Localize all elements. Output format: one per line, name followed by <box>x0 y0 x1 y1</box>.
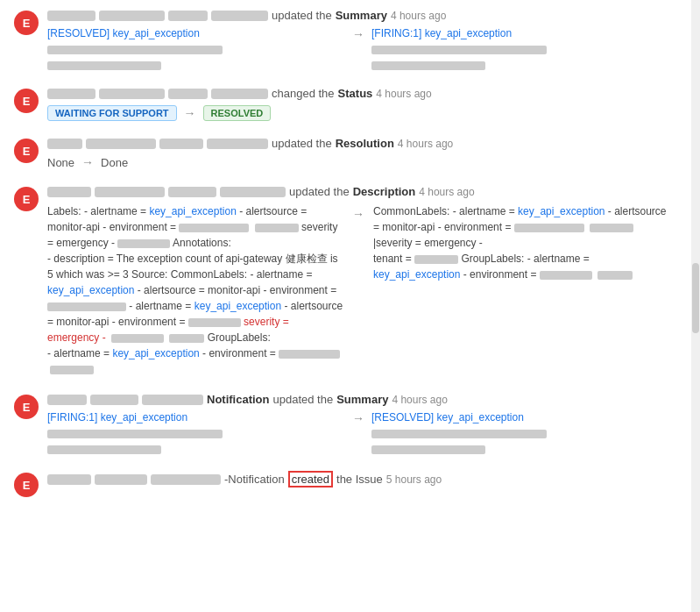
feed-item-2: E changed the Status 4 hours ago WAITING… <box>14 87 669 121</box>
notification-label: Notification <box>207 393 270 406</box>
user-name-blur <box>207 139 268 149</box>
user-name-blur <box>47 187 91 197</box>
action-bold: Summary <box>336 393 388 406</box>
user-name-blur <box>47 139 82 149</box>
time-text: 4 hours ago <box>376 88 431 100</box>
created-highlight: created <box>288 471 333 487</box>
action-text: updated the <box>272 137 332 150</box>
feed-item-6: E -Notification created the Issue 5 hour… <box>14 471 669 497</box>
user-name-blur <box>211 11 268 21</box>
desc-right: CommonLabels: - alertname = key_api_exce… <box>373 203 669 282</box>
blur <box>47 302 126 311</box>
blur <box>414 255 458 264</box>
summary-left-label: [FIRING:1] key_api_exception <box>47 411 345 423</box>
feed-content: -Notification created the Issue 5 hours … <box>47 471 669 493</box>
arrow-icon: → <box>81 155 94 169</box>
feed-item-3: E updated the Resolution 4 hours ago Non… <box>14 137 669 169</box>
avatar: E <box>14 11 39 35</box>
feed-header: updated the Resolution 4 hours ago <box>47 137 669 150</box>
blur <box>169 334 204 343</box>
summary-left: [FIRING:1] key_api_exception <box>47 411 345 455</box>
feed-content: updated the Description 4 hours ago Labe… <box>47 185 669 377</box>
user-name-blur <box>47 89 95 99</box>
action-text: updated the <box>289 185 350 198</box>
feed-item-1: E updated the Summary 4 hours ago [RESOL… <box>14 9 669 71</box>
avatar: E <box>14 139 39 163</box>
user-name-blur <box>86 139 156 149</box>
scrollbar-thumb[interactable] <box>692 263 699 333</box>
activity-feed: E updated the Summary 4 hours ago [RESOL… <box>0 0 683 522</box>
blur <box>179 224 249 232</box>
arrow-icon: → <box>352 411 364 425</box>
time-text: 4 hours ago <box>419 186 474 198</box>
action-text: changed the <box>272 87 335 100</box>
blur <box>255 224 299 232</box>
action-bold: Description <box>353 185 416 198</box>
blur <box>597 271 633 280</box>
blur <box>540 271 592 280</box>
action-bold: Resolution <box>336 137 394 150</box>
user-name-blur <box>211 89 268 99</box>
summary-right: [RESOLVED] key_api_exception <box>371 411 669 455</box>
action-text: updated the <box>273 393 334 406</box>
time-text: 4 hours ago <box>392 394 447 406</box>
arrow-icon: → <box>352 27 364 41</box>
desc-left: Labels: - alertname = key_api_exception … <box>47 203 343 377</box>
user-name-blur <box>159 139 203 149</box>
avatar: E <box>14 89 39 113</box>
avatar: E <box>14 187 39 211</box>
user-name-blur <box>99 11 165 21</box>
blur <box>279 350 340 359</box>
summary-left-label: [RESOLVED] key_api_exception <box>47 27 345 39</box>
action-bold: Status <box>338 87 373 100</box>
user-name-blur <box>47 395 87 405</box>
summary-right: [FIRING:1] key_api_exception <box>371 27 669 71</box>
feed-header: changed the Status 4 hours ago <box>47 87 669 100</box>
user-name-blur <box>142 395 203 405</box>
summary-compare: [RESOLVED] key_api_exception → [FIRING:1… <box>47 27 669 71</box>
feed-content: updated the Resolution 4 hours ago None … <box>47 137 669 169</box>
summary-compare: [FIRING:1] key_api_exception → [RESOLVED… <box>47 411 669 455</box>
user-name-blur <box>151 474 221 485</box>
summary-left: [RESOLVED] key_api_exception <box>47 27 345 71</box>
user-name-blur <box>99 89 165 99</box>
status-to-badge: RESOLVED <box>203 105 272 121</box>
feed-content: changed the Status 4 hours ago WAITING F… <box>47 87 669 121</box>
user-name-blur <box>95 474 147 485</box>
description-block: Labels: - alertname = key_api_exception … <box>47 203 669 377</box>
feed-item-5: E Notification updated the Summary 4 hou… <box>14 393 669 455</box>
blur <box>50 366 94 374</box>
user-name-blur <box>168 11 208 21</box>
user-name-blur <box>168 89 208 99</box>
feed-header: -Notification created the Issue 5 hours … <box>47 471 669 487</box>
feed-header: Notification updated the Summary 4 hours… <box>47 393 669 406</box>
user-name-blur <box>168 187 216 197</box>
feed-header: updated the Summary 4 hours ago <box>47 9 669 22</box>
scrollbar-track[interactable] <box>691 0 700 522</box>
blur <box>590 224 633 232</box>
time-text: 4 hours ago <box>398 138 453 150</box>
blur <box>188 318 241 327</box>
status-from-badge: WAITING FOR SUPPORT <box>47 105 177 121</box>
user-name-blur <box>220 187 286 197</box>
blur <box>514 224 584 232</box>
summary-right-label: [RESOLVED] key_api_exception <box>371 411 669 423</box>
resolution-row: None → Done <box>47 155 669 169</box>
status-row: WAITING FOR SUPPORT → RESOLVED <box>47 105 669 121</box>
user-name-blur <box>90 395 138 405</box>
user-name-blur <box>95 187 165 197</box>
feed-content: updated the Summary 4 hours ago [RESOLVE… <box>47 9 669 71</box>
blur <box>117 239 170 248</box>
action-bold: Summary <box>336 9 387 22</box>
time-text: 4 hours ago <box>391 10 446 22</box>
arrow-icon: → <box>184 106 196 120</box>
avatar: E <box>14 395 39 419</box>
action-text: updated the <box>272 9 332 22</box>
avatar: E <box>14 473 39 497</box>
action-suffix: the Issue <box>336 473 383 486</box>
feed-item-4: E updated the Description 4 hours ago La… <box>14 185 669 377</box>
user-name-blur <box>47 474 91 485</box>
time-text: 5 hours ago <box>386 473 442 486</box>
summary-right-label: [FIRING:1] key_api_exception <box>371 27 669 39</box>
arrow-icon: → <box>352 207 364 221</box>
